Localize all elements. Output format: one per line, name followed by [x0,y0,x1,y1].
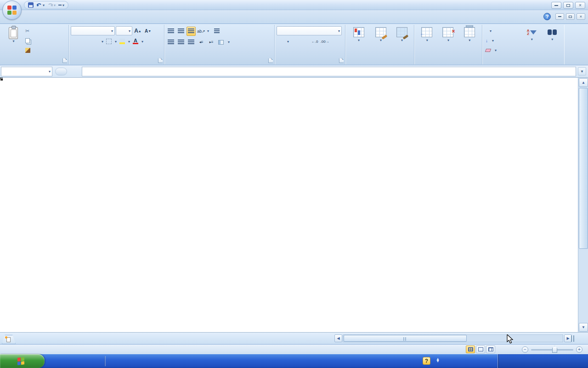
number-group: ▾ ▾ ←.0 .00→ [275,25,345,64]
conditional-formatting-button[interactable]: ▾ [348,26,370,43]
paste-button[interactable]: ▾ [3,26,24,55]
restore-button[interactable] [563,2,573,9]
save-icon[interactable] [28,2,34,8]
grow-font-button[interactable]: A▲ [133,26,142,35]
orientation-button[interactable]: ab↗ [197,27,206,36]
insert-cells-button[interactable]: ← ▾ [417,26,437,43]
zoom-in-icon[interactable]: + [576,346,582,353]
format-as-table-button[interactable]: ▾ [370,26,391,43]
shrink-font-button[interactable]: A▼ [143,26,153,35]
quick-access-toolbar: ▾ ▾ ▾ [24,1,68,9]
insert-worksheet-tab[interactable] [2,335,16,344]
help-icon[interactable]: ? [543,13,551,20]
horizontal-scrollbar[interactable]: ◀ ▶ [334,334,580,343]
taskbar-help-icon[interactable]: ? [423,357,430,365]
excel-window: ▾ ▾ ▾ × ? × [0,0,588,368]
start-button[interactable] [0,354,45,368]
close-button[interactable]: × [575,2,585,9]
paste-icon [9,27,18,39]
doc-minimize-button[interactable] [555,13,564,20]
name-box[interactable]: ▾ [1,67,52,76]
normal-view-button[interactable] [466,345,475,353]
percent-button[interactable] [290,37,299,46]
selection-box[interactable] [0,78,3,80]
vertical-scrollbar[interactable]: ▲ ▼ [578,78,588,332]
vertical-scroll-thumb[interactable] [579,88,588,249]
clipboard-dialog-launcher[interactable] [62,58,67,63]
zoom-slider-thumb[interactable] [552,346,557,353]
status-bar: − + [0,344,588,354]
comma-button[interactable] [300,37,309,46]
doc-close-button[interactable]: × [577,13,585,20]
scroll-left-icon[interactable]: ◀ [334,334,342,342]
underline-button[interactable] [91,37,100,46]
clear-button[interactable]: ▾ [484,46,521,55]
cut-button[interactable]: ✂ [24,26,34,36]
doc-restore-button[interactable] [566,13,575,20]
eraser-icon [485,49,492,52]
merge-center-button[interactable]: ▾ [217,37,231,47]
wrap-text-button[interactable] [213,26,223,36]
undo-icon[interactable]: ▾ [36,2,45,8]
delete-cells-button[interactable]: × ▾ [438,26,458,43]
office-button[interactable] [2,0,22,20]
underline-dropdown[interactable]: ▾ [102,40,103,44]
find-select-button[interactable]: ▾ [542,26,562,55]
cell-styles-button[interactable]: ▾ [392,26,412,43]
page-layout-view-button[interactable] [476,345,485,353]
font-color-button[interactable]: A [131,37,140,46]
zoom-out-icon[interactable]: − [522,346,528,353]
page-break-view-button[interactable] [486,345,495,353]
bold-button[interactable] [71,37,80,46]
font-size-select[interactable]: ▾ [116,26,132,35]
name-box-dropdown-icon[interactable]: ▾ [49,69,51,74]
redo-icon[interactable]: ▾ [47,2,56,8]
copy-button[interactable] [24,36,34,46]
border-dropdown[interactable]: ▾ [115,40,117,44]
font-name-select[interactable]: ▾ [71,26,115,35]
format-painter-button[interactable] [24,46,34,55]
formula-input[interactable] [82,67,576,76]
scroll-up-icon[interactable]: ▲ [579,78,588,87]
alignment-dialog-launcher[interactable] [268,58,273,63]
minimize-button[interactable] [551,2,561,9]
title-bar: ▾ ▾ ▾ × [0,0,588,10]
expand-formula-bar-icon[interactable]: ▼ [578,67,586,75]
ribbon-tab-row: ? × [0,10,588,23]
decrease-indent-button[interactable]: ◂≡ [197,38,206,47]
decrease-decimal-button[interactable]: .00→ [320,37,329,46]
taskbar-display-icon[interactable]: ▴▾ [435,357,441,364]
font-dialog-launcher[interactable] [158,58,163,63]
fill-button[interactable]: ↓▾ [484,36,521,46]
wrap-text-icon [214,29,220,34]
sort-filter-button[interactable]: AZ ▾ [521,26,542,55]
format-cells-button[interactable]: ▾ [459,26,480,43]
accounting-format-button[interactable] [277,37,286,46]
copy-icon [25,38,30,43]
italic-button[interactable] [81,37,90,46]
number-dialog-launcher[interactable] [339,58,344,63]
align-right-button[interactable] [187,38,196,47]
fill-color-button[interactable] [118,37,127,46]
font-color-dropdown[interactable]: ▾ [141,40,143,44]
autosum-button[interactable]: ▾ [484,26,521,36]
increase-indent-button[interactable]: ▸≡ [207,38,216,47]
formula-bar: ▾ ▼ [0,65,588,78]
fill-handle[interactable] [0,78,3,81]
accounting-dropdown[interactable]: ▾ [287,40,289,44]
scroll-down-icon[interactable]: ▼ [579,323,588,332]
align-middle-button[interactable] [176,27,186,36]
tab-split-handle[interactable] [571,335,574,342]
border-button[interactable] [104,37,113,46]
customize-qat-icon[interactable]: ▾ [58,3,64,7]
align-top-button[interactable] [166,27,175,36]
merge-center-icon [218,40,224,45]
horizontal-scroll-thumb[interactable] [344,335,467,342]
fill-color-dropdown[interactable]: ▾ [128,40,130,44]
align-left-button[interactable] [166,38,175,47]
increase-decimal-button[interactable]: ←.0 [310,37,319,46]
orientation-dropdown[interactable]: ▾ [207,29,209,33]
align-center-button[interactable] [176,38,186,47]
align-bottom-button[interactable] [187,27,196,36]
number-format-select[interactable]: ▾ [277,26,342,35]
